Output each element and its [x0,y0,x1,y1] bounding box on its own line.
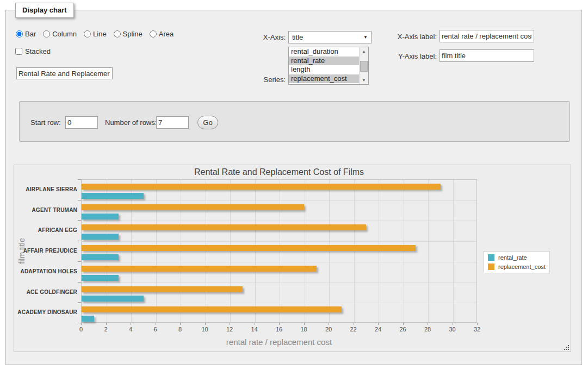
x-axis-select-label: X-Axis: [234,33,286,41]
x-tick-label: 2 [104,326,107,333]
series-scrollbar[interactable]: ▲ ▼ [359,47,368,84]
y-category-label: ACE GOLDFINGER [14,282,77,303]
x-tick-mark [180,323,181,325]
stacked-checkbox[interactable] [15,48,22,55]
y-tick-mark [78,261,81,262]
number-of-rows-input[interactable] [156,116,189,129]
y-tick-mark [78,200,81,200]
x-axis-title: rental rate / replacement cost [81,337,477,347]
chart-type-radio-bar[interactable] [16,30,23,37]
x-tick-mark [378,323,379,325]
row-controls-panel: Start row: Number of rows: Go [19,101,570,142]
series-option-rental_duration[interactable]: rental_duration [289,47,359,57]
bar-replacement_cost [82,286,243,292]
x-tick-mark [279,323,280,325]
fieldset-legend: Display chart [15,3,74,18]
chart-type-group: BarColumnLineSplineArea [16,30,174,38]
y-category-label: AFFAIR PREJUDICE [14,241,77,261]
x-tick-label: 22 [350,326,356,333]
legend-item: rental_rate [488,254,546,261]
bar-rental_rate [82,316,94,322]
page: Display chart BarColumnLineSplineArea St… [0,0,588,370]
chart-type-option-spline[interactable]: Spline [114,30,143,38]
bar-replacement_cost [82,184,441,190]
x-tick-label: 24 [375,326,381,333]
x-axis-selected-value: title [292,33,363,41]
x-tick-mark [156,323,156,325]
gridline [82,241,476,242]
gridline [428,180,429,322]
scroll-down-icon[interactable]: ▼ [360,76,368,84]
chart-type-radio-column[interactable] [43,30,50,37]
stacked-row[interactable]: Stacked [15,47,51,55]
y-category-label: AIRPLANE SIERRA [14,179,77,200]
bar-rental_rate [82,234,119,240]
series-option-length[interactable]: length [289,65,359,74]
x-tick-mark [329,323,329,325]
chart-type-option-column[interactable]: Column [43,30,77,38]
scroll-up-icon[interactable]: ▲ [360,47,368,55]
chart-type-option-line[interactable]: Line [84,30,107,38]
chart-type-option-bar[interactable]: Bar [16,30,36,38]
x-axis-select[interactable]: title ▼ [288,31,372,43]
x-tick-label: 4 [129,326,132,333]
gridline [82,303,476,303]
y-category-label: ADAPTATION HOLES [14,261,77,282]
gridline [82,262,476,262]
chart-type-option-label: Spline [123,30,143,38]
x-tick-mark [230,323,230,325]
bar-replacement_cost [82,306,342,312]
bar-replacement_cost [82,204,304,210]
chart-type-option-area[interactable]: Area [150,30,174,38]
x-tick-mark [453,323,453,325]
x-tick-label: 28 [424,326,431,333]
bar-replacement_cost [82,266,317,272]
x-axis-label-label: X-Axis label: [375,33,437,41]
x-tick-mark [255,323,255,325]
x-tick-mark [131,323,131,325]
x-tick-label: 32 [474,326,480,333]
chart-type-radio-area[interactable] [150,30,157,37]
chart-type-radio-line[interactable] [84,30,91,37]
chart-title-input[interactable] [16,67,113,79]
chart-type-radio-spline[interactable] [114,30,121,37]
series-listbox-items: rental_durationrental_ratelengthreplacem… [289,47,359,84]
bar-rental_rate [82,214,119,220]
chart-type-option-label: Line [93,30,107,38]
x-tick-label: 12 [226,326,233,333]
y-tick-mark [78,241,81,241]
y-tick-mark [78,302,81,303]
series-option-replacement_cost[interactable]: replacement_cost [289,74,359,84]
go-button[interactable]: Go [197,116,218,129]
bar-rental_rate [82,275,119,281]
x-tick-mark [304,323,305,325]
plot-area [81,179,477,323]
x-tick-label: 0 [79,326,83,333]
bar-rental_rate [82,193,144,199]
stacked-label: Stacked [25,47,51,55]
number-of-rows-label: Number of rows: [105,118,157,127]
y-category-label: ACADEMY DINOSAUR [14,302,77,323]
x-axis-ticks: 02468101214161820222426283032 [81,326,477,334]
y-axis-label-input[interactable] [440,49,534,62]
bar-rental_rate [82,254,119,260]
bar-rental_rate [82,296,144,302]
x-tick-label: 30 [449,326,455,333]
x-axis-label-input[interactable] [440,30,534,42]
x-tick-mark [354,323,354,325]
x-tick-mark [403,323,404,325]
legend-label: replacement_cost [498,264,546,270]
y-category-label: AFRICAN EGG [14,220,77,241]
y-tick-mark [78,220,81,221]
x-tick-label: 10 [201,326,208,333]
series-list-label: Series: [234,76,286,84]
series-option-rental_rate[interactable]: rental_rate [289,57,359,66]
start-row-input[interactable] [65,116,98,129]
series-listbox[interactable]: rental_durationrental_ratelengthreplacem… [288,47,369,85]
legend-label: rental_rate [498,254,527,261]
scrollbar-thumb[interactable] [360,61,368,72]
scrollbar-track[interactable] [360,55,368,76]
gridline [82,221,476,221]
resize-handle-icon[interactable] [564,344,570,350]
legend-item: replacement_cost [488,264,546,270]
